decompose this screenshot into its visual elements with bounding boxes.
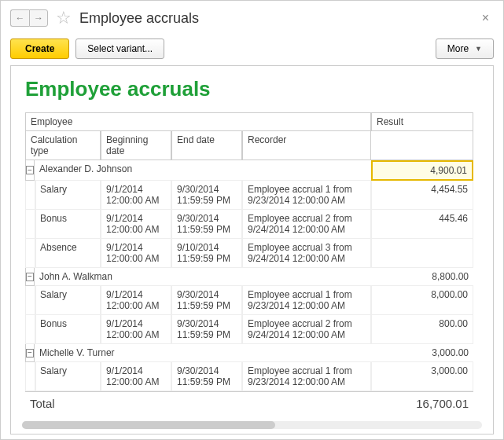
row-begin-date: 9/1/2014 12:00:00 AM xyxy=(101,286,171,315)
total-value: 16,700.01 xyxy=(371,391,473,415)
scrollbar-thumb[interactable] xyxy=(22,421,275,429)
row-calc-type: Bonus xyxy=(35,315,101,344)
row-end-date: 9/30/2014 11:59:59 PM xyxy=(171,210,242,239)
row-result: 445.46 xyxy=(371,210,473,239)
row-begin-date: 9/1/2014 12:00:00 AM xyxy=(101,362,171,391)
group-employee-name: Michelle V. Turner xyxy=(35,344,371,362)
arrow-right-icon: → xyxy=(34,13,43,24)
col-calc-type: Calculation type xyxy=(25,131,101,160)
row-begin-date: 9/1/2014 12:00:00 AM xyxy=(101,315,171,344)
row-result: 3,000.00 xyxy=(371,362,473,391)
group-result: 8,800.00 xyxy=(371,268,473,286)
more-button[interactable]: More ▼ xyxy=(436,38,494,59)
row-end-date: 9/30/2014 11:59:59 PM xyxy=(171,286,242,315)
col-begin-date: Beginning date xyxy=(101,131,171,160)
row-recorder: Employee accrual 1 from 9/23/2014 12:00:… xyxy=(242,286,371,315)
row-recorder: Employee accrual 1 from 9/23/2014 12:00:… xyxy=(242,362,371,391)
row-recorder: Employee accrual 2 from 9/24/2014 12:00:… xyxy=(242,315,371,344)
star-icon: ☆ xyxy=(56,8,72,28)
total-label: Total xyxy=(25,391,371,415)
row-result: 8,000.00 xyxy=(371,286,473,315)
minus-icon: − xyxy=(26,166,34,174)
row-begin-date: 9/1/2014 12:00:00 AM xyxy=(101,239,171,268)
row-calc-type: Salary xyxy=(35,286,101,315)
row-calc-type: Salary xyxy=(35,181,101,210)
col-recorder: Recorder xyxy=(242,131,371,160)
window-title: Employee accruals xyxy=(79,10,199,27)
group-toggle[interactable]: − xyxy=(25,268,35,286)
close-button[interactable]: × xyxy=(477,11,494,25)
col-end-date: End date xyxy=(171,131,242,160)
row-end-date: 9/30/2014 11:59:59 PM xyxy=(171,181,242,210)
group-employee-name: Alexander D. Johnson xyxy=(35,160,371,181)
row-result xyxy=(371,239,473,268)
arrow-left-icon: ← xyxy=(16,13,25,24)
horizontal-scrollbar[interactable] xyxy=(22,421,482,429)
row-calc-type: Salary xyxy=(35,362,101,391)
row-recorder: Employee accrual 2 from 9/24/2014 12:00:… xyxy=(242,210,371,239)
report-panel: Employee accruals Employee Result Calcul… xyxy=(10,65,494,434)
report-title: Employee accruals xyxy=(25,77,479,101)
favorite-star-button[interactable]: ☆ xyxy=(56,8,72,28)
close-icon: × xyxy=(482,11,489,24)
row-recorder: Employee accrual 1 from 9/23/2014 12:00:… xyxy=(242,181,371,210)
row-begin-date: 9/1/2014 12:00:00 AM xyxy=(101,181,171,210)
row-end-date: 9/30/2014 11:59:59 PM xyxy=(171,315,242,344)
row-end-date: 9/10/2014 11:59:59 PM xyxy=(171,239,242,268)
nav-forward-button[interactable]: → xyxy=(29,9,48,27)
col-employee: Employee xyxy=(25,112,371,131)
more-label: More xyxy=(447,43,469,54)
group-toggle[interactable]: − xyxy=(25,160,35,181)
create-button[interactable]: Create xyxy=(10,38,69,59)
row-recorder: Employee accrual 3 from 9/24/2014 12:00:… xyxy=(242,239,371,268)
group-employee-name: John A. Walkman xyxy=(35,268,371,286)
row-end-date: 9/30/2014 11:59:59 PM xyxy=(171,362,242,391)
col-result-spacer xyxy=(371,131,473,160)
report-grid: Employee Result Calculation type Beginni… xyxy=(25,112,479,415)
row-calc-type: Absence xyxy=(35,239,101,268)
titlebar: ← → ☆ Employee accruals × xyxy=(1,1,503,35)
row-result: 800.00 xyxy=(371,315,473,344)
nav-back-button[interactable]: ← xyxy=(10,9,29,27)
toolbar: Create Select variant... More ▼ xyxy=(1,35,503,65)
minus-icon: − xyxy=(26,349,34,358)
minus-icon: − xyxy=(26,273,34,281)
group-toggle[interactable]: − xyxy=(25,344,35,362)
col-result: Result xyxy=(371,112,473,131)
chevron-down-icon: ▼ xyxy=(475,45,482,53)
row-result: 4,454.55 xyxy=(371,181,473,210)
row-begin-date: 9/1/2014 12:00:00 AM xyxy=(101,210,171,239)
group-result: 3,000.00 xyxy=(371,344,473,362)
row-calc-type: Bonus xyxy=(35,210,101,239)
group-result: 4,900.01 xyxy=(371,160,473,181)
select-variant-button[interactable]: Select variant... xyxy=(75,38,164,59)
